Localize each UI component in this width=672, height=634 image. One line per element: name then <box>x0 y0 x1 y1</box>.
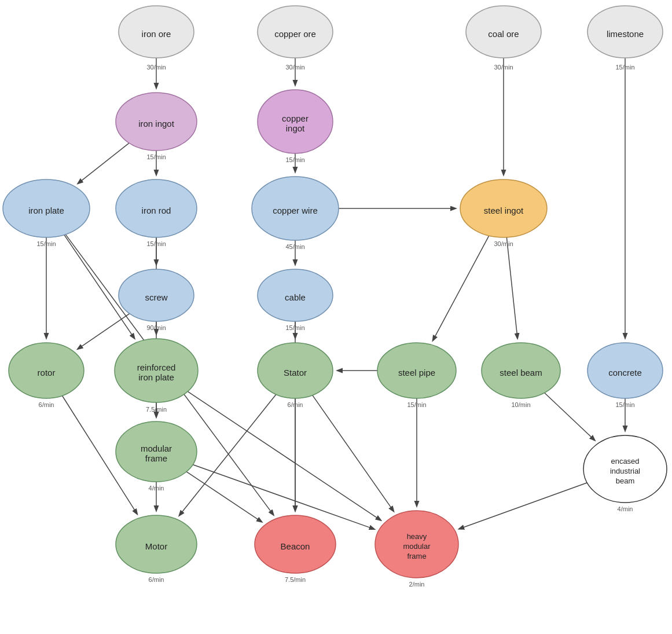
rate-label: 30/min <box>494 64 513 71</box>
node-label: encased <box>611 457 639 466</box>
node-label: steel pipe <box>398 368 435 378</box>
node-label: frame <box>407 552 426 560</box>
node-steel_ingot: steel ingot30/min <box>460 179 547 247</box>
node-copper_ingot: copperingot15/min <box>258 90 333 163</box>
rate-label: 15/min <box>36 240 56 247</box>
node-label: iron plate <box>138 372 174 382</box>
node-label: iron plate <box>28 206 64 215</box>
edge <box>186 472 262 522</box>
node-label: Stator <box>284 368 307 378</box>
node-copper_wire: copper wire45/min <box>252 177 339 250</box>
rate-label: 15/min <box>615 64 634 71</box>
rate-label: 15/min <box>285 324 304 331</box>
rate-label: 2/min <box>409 581 425 588</box>
edge <box>545 393 595 440</box>
node-label: frame <box>145 453 167 463</box>
edge <box>188 391 381 520</box>
node-label: Beacon <box>281 541 310 551</box>
node-iron_ingot: iron ingot15/min <box>116 93 197 160</box>
edge <box>433 236 489 340</box>
rate-label: 15/min <box>407 401 426 408</box>
rate-label: 6/min <box>149 576 164 583</box>
node-encased_beam: encasedindustrialbeam4/min <box>583 435 667 512</box>
node-label: rotor <box>38 368 56 378</box>
node-heavy_frame: heavymodularframe2/min <box>375 511 458 588</box>
node-label: Motor <box>145 541 167 551</box>
edge <box>506 237 517 338</box>
rate-label: 4/min <box>618 505 633 512</box>
node-label: limestone <box>607 29 644 39</box>
rate-label: 30/min <box>285 64 304 71</box>
node-label: ingot <box>286 123 305 133</box>
rate-label: 7.5/min <box>285 576 306 583</box>
node-label: modular <box>141 444 172 453</box>
node-beacon: Beacon7.5/min <box>255 515 336 583</box>
node-steel_pipe: steel pipe15/min <box>377 343 456 408</box>
rate-label: 15/min <box>146 240 166 247</box>
node-label: coal ore <box>488 29 519 39</box>
rate-label: 15/min <box>146 153 166 160</box>
rate-label: 90/min <box>146 324 166 331</box>
node-motor: Motor6/min <box>116 515 197 583</box>
node-label: modular <box>403 542 431 551</box>
node-label: industrial <box>610 467 640 475</box>
rate-label: 30/min <box>494 240 513 247</box>
rate-label: 15/min <box>615 401 634 408</box>
node-label: copper ore <box>274 29 316 39</box>
node-label: steel beam <box>500 368 542 378</box>
node-concrete: concrete15/min <box>587 343 663 408</box>
node-label: concrete <box>608 368 642 378</box>
node-label: heavy <box>407 532 427 541</box>
node-label: reinforced <box>137 362 176 372</box>
node-label: beam <box>616 477 635 485</box>
rate-label: 45/min <box>285 243 304 250</box>
node-label: steel ingot <box>484 206 524 215</box>
rate-label: 30/min <box>146 64 166 71</box>
node-label: iron ore <box>142 29 171 39</box>
rate-label: 10/min <box>511 401 530 408</box>
node-label: screw <box>145 292 167 302</box>
nodes-layer: iron ore30/mincopper ore30/mincoal ore30… <box>3 6 667 588</box>
edge <box>78 143 129 184</box>
node-label: cable <box>285 292 306 302</box>
node-label: iron rod <box>142 206 171 215</box>
node-reinforced_iron: reinforcediron plate7.5/min <box>115 339 198 413</box>
node-steel_beam: steel beam10/min <box>482 343 560 408</box>
node-modular_frame: modularframe4/min <box>116 422 197 492</box>
node-label: copper wire <box>273 206 318 215</box>
node-stator: Stator6/min <box>258 343 333 408</box>
rate-label: 6/min <box>288 401 303 408</box>
node-iron_rod: iron rod15/min <box>116 179 197 247</box>
rate-label: 4/min <box>149 485 164 492</box>
edge <box>459 483 587 529</box>
rate-label: 7.5/min <box>146 406 167 413</box>
production-graph: iron ore30/mincopper ore30/mincoal ore30… <box>0 0 672 634</box>
node-label: copper <box>282 113 309 123</box>
node-rotor: rotor6/min <box>9 343 84 408</box>
rate-label: 15/min <box>285 156 304 163</box>
node-label: iron ingot <box>138 119 175 129</box>
node-iron_plate: iron plate15/min <box>3 179 90 247</box>
rate-label: 6/min <box>39 401 54 408</box>
edge <box>313 395 394 511</box>
